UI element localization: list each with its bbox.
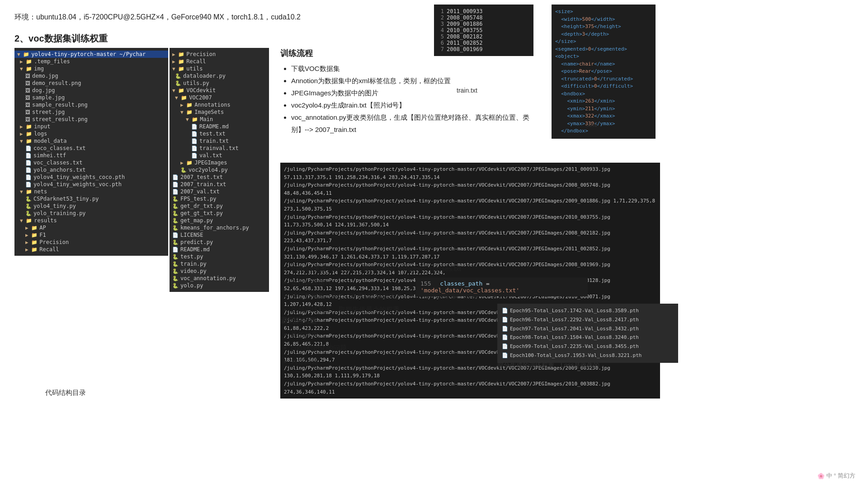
folder-icon: ▶ 📁 [25,225,38,231]
training-flow-list: 下载VOC数据集 Annotion为数据集中的xml标签信息，类别，框的位置 J… [280,62,542,136]
tree-item-temp[interactable]: ▶ 📁 .temp_files [14,58,168,65]
tree-item-results[interactable]: ▼ 📁 results [14,217,168,224]
folder-icon: ▼ 📁 [20,138,32,144]
file-icon: 🐍 [172,283,179,289]
rt-item[interactable]: 🐍 get_gt_txt.py [170,210,269,217]
tree-item[interactable]: 📄 yolov4_tiny_weights_voc.pth [14,181,168,188]
file-icon: 📄 [502,308,508,314]
rt-item[interactable]: 📄 test.txt [170,130,269,137]
rt-item-main[interactable]: ▼ 📁 Main [170,116,269,123]
file-icon: 🖼 [25,80,30,86]
xml-box: <size> <width>500</width> <height>375</h… [552,5,656,139]
file-icon: 📄 [502,352,508,358]
rt-item[interactable]: 📄 2007_train.txt [170,181,269,188]
code-line-number: 155 [420,280,431,287]
file-icon: 🐍 [172,261,179,267]
xml-line: <xmin>263</xmin> [555,98,652,105]
folder-icon: ▼ 📁 [20,189,32,195]
list-item: 内存问题 [291,355,484,368]
rt-item[interactable]: 🐍 train.py [170,260,269,267]
right-tree-panel: ▶ 📁 Precision ▶ 📁 Recall ▼ 📁 utils 🐍 dat… [170,48,269,292]
txt-line: 22008_005748 [438,14,530,21]
xml-line: <size> [555,8,652,16]
tree-caption: 代码结构目录 [45,389,86,397]
tree-item-model-data[interactable]: ▼ 📁 model_data [14,137,168,145]
xml-line: </size> [555,38,652,46]
folder-icon: ▼ 📁 [186,117,198,122]
xml-line: <depth>3</depth> [555,31,652,38]
xml-line: <height>375</height> [555,23,652,31]
rt-item[interactable]: 🐍 test.py [170,253,269,260]
file-icon: 📄 [191,145,198,151]
rt-item[interactable]: 📄 README.md [170,123,269,130]
rt-item[interactable]: 🐍 predict.py [170,239,269,246]
tree-item-recall[interactable]: ▶ 📁 Recall [14,246,168,253]
rt-item-utils[interactable]: ▼ 📁 utils [170,65,269,72]
weight-file: 📄Epoch97-Total_Loss7.2041-Val_Loss8.3432… [502,324,674,333]
tree-item[interactable]: 🖼 dog.jpg [14,87,168,94]
rt-item[interactable]: ▶ 📁 Recall [170,58,269,65]
tree-item[interactable]: 📄 yolov4_tiny_weights_coco.pth [14,174,168,181]
rt-item[interactable]: 🐍 dataloader.py [170,72,269,80]
rt-item[interactable]: 🐍 FPS_test.py [170,195,269,202]
xml-line: <difficult>0</difficult> [555,83,652,90]
rt-item-jpeg[interactable]: ▶ 📁 JPEGImages [170,159,269,166]
tree-item[interactable]: 📄 voc_classes.txt [14,159,168,166]
tree-item-f1[interactable]: ▶ 📁 F1 [14,231,168,239]
tree-item-precision[interactable]: ▶ 📁 Precision [14,239,168,246]
rt-item-annotations[interactable]: ▶ 📁 Annotations [170,101,269,108]
rt-item[interactable]: 📄 train.txt [170,137,269,145]
rt-item[interactable]: 🐍 get_map.py [170,217,269,224]
rt-item[interactable]: 🐍 utils.py [170,80,269,87]
tree-item[interactable]: 🐍 yolo4_tiny.py [14,202,168,210]
rt-item[interactable]: 🐍 video.py [170,267,269,275]
file-icon: 🐍 [172,225,179,231]
list-item: train.py更改class_pth，指向model_data/new_cla… [291,262,524,276]
tree-item[interactable]: 📄 coco_classes.txt [14,145,168,152]
tree-item[interactable]: 🖼 sample.jpg [14,94,168,101]
tree-item-input[interactable]: ▶ 📁 input [14,123,168,130]
weight-file: 📄Epoch100-Total_Loss7.1953-Val_Loss8.322… [502,351,674,360]
tree-item[interactable]: 📄 yolo_anchors.txt [14,166,168,174]
rt-item[interactable]: 📄 trainval.txt [170,145,269,152]
file-icon: 📄 [191,153,198,159]
weight-file: 📄Epoch99-Total_Loss7.2235-Val_Loss8.3455… [502,342,674,351]
list-item: 下载VOC数据集 [291,62,542,75]
tree-item-nets[interactable]: ▼ 📁 nets [14,188,168,195]
tree-item[interactable]: 🖼 demo_result.png [14,80,168,87]
rt-item[interactable]: 📄 2007_test.txt [170,174,269,181]
tree-item-ap[interactable]: ▶ 📁 AP [14,224,168,231]
file-icon: 📄 [172,174,179,180]
rt-item[interactable]: 📄 val.txt [170,152,269,159]
rt-item-vocdevkit[interactable]: ▼ 📁 VOCdevkit [170,87,269,94]
tree-item[interactable]: 🖼 street.jpg [14,108,168,116]
tree-item[interactable]: 🖼 sample_result.png [14,101,168,108]
data-line: /juling/PycharmProjects/pythonProject/yo… [284,181,656,197]
file-icon: 🐍 [180,167,187,173]
tree-item-img[interactable]: ▼ 📁 img [14,65,168,72]
file-icon: 📄 [502,343,508,349]
xml-line: <name>chair</name> [555,61,652,68]
tree-item[interactable]: 🐍 CSPdarknet53_tiny.py [14,195,168,202]
rt-item[interactable]: 🐍 kmeans_for_anchors.py [170,224,269,231]
list-item: 库的缺失 [291,328,484,341]
tree-item[interactable]: 📄 simhei.ttf [14,152,168,159]
rt-item[interactable]: 📄 2007_val.txt [170,188,269,195]
tree-item[interactable]: 🖼 demo.jpg [14,72,168,80]
rt-item[interactable]: 🐍 voc_annotation.py [170,275,269,282]
tree-item[interactable]: 🐍 yolo_training.py [14,210,168,217]
tree-item[interactable]: 🖼 street_result.png [14,116,168,123]
rt-item[interactable]: ▶ 📁 Precision [170,51,269,58]
rt-item-voc2007[interactable]: ▼ 📁 VOC2007 [170,94,269,101]
tree-root[interactable]: ▼ 📁 yolov4-tiny-pytorch-master ~/Pychar [14,51,168,58]
tree-item-logs[interactable]: ▶ 📁 logs [14,130,168,137]
rt-item[interactable]: 📄 LICENSE [170,231,269,239]
rt-item[interactable]: 🐍 get_dr_txt.py [170,202,269,210]
rt-item[interactable]: 📄 README.md [170,246,269,253]
rt-item[interactable]: 🐍 yolo.py [170,282,269,289]
file-icon: 🐍 [172,218,179,224]
rt-item-imagesets[interactable]: ▼ 📁 ImageSets [170,108,269,116]
txt-line: 32009_001886 [438,21,530,27]
list-item: Annotion为数据集中的xml标签信息，类别，框的位置 [291,75,542,87]
rt-item[interactable]: 🐍 voc2yolo4.py [170,166,269,174]
